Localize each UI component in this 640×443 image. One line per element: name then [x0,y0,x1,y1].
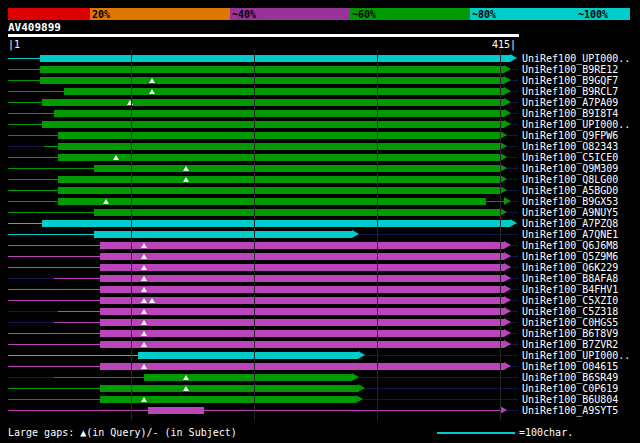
hsp-bar[interactable] [64,88,504,95]
hit-label[interactable]: UniRef100_B4FHV1 [522,284,618,295]
arrow-head-icon [504,98,511,106]
hsp-bar[interactable] [100,396,356,403]
alignment-row: UniRef100_B9I8T4 [0,108,640,119]
hsp-bar[interactable] [58,176,500,183]
hit-label[interactable]: UniRef100_B9I8T4 [522,108,618,119]
hsp-bar[interactable] [42,99,504,106]
hsp-bar[interactable] [94,231,352,238]
subject-flank-line [8,201,58,202]
hsp-bar[interactable] [94,165,500,172]
hit-label[interactable]: UniRef100_Q8LG00 [522,174,618,185]
hsp-bar[interactable] [100,330,504,337]
gap-triangle-icon [141,320,147,325]
alignment-row: UniRef100_C0HGS5 [0,317,640,328]
hsp-bar[interactable] [148,407,204,414]
arrow-head-icon [500,164,507,172]
hit-label[interactable]: UniRef100_B9GQF7 [522,75,618,86]
hsp-bar[interactable] [58,132,500,139]
hit-label[interactable]: UniRef100_A9NUY5 [522,207,618,218]
hsp-bar[interactable] [100,286,504,293]
gap-triangle-icon [141,276,147,281]
hsp-bar[interactable] [58,154,500,161]
subject-flank-line [8,223,42,224]
hit-label[interactable]: UniRef100_B7ZVR2 [522,339,618,350]
subject-flank-line [54,322,100,323]
hsp-bar[interactable] [100,275,504,282]
hit-label[interactable]: UniRef100_C0HGS5 [522,317,618,328]
hsp-bar[interactable] [40,77,504,84]
arrow-head-icon [500,153,507,161]
hit-label[interactable]: UniRef100_UPI000.. [522,53,630,64]
hsp-bar[interactable] [144,374,352,381]
arrow-head-icon [500,186,507,194]
arrow-head-icon [504,340,511,348]
alignment-row: UniRef100_UPI000.. [0,53,640,64]
hsp-bar[interactable] [100,264,504,271]
hit-label[interactable]: UniRef100_UPI000.. [522,119,630,130]
hit-label[interactable]: UniRef100_B6U804 [522,394,618,405]
hit-label[interactable]: UniRef100_C5Z318 [522,306,618,317]
arrow-head-icon [504,296,511,304]
hit-label[interactable]: UniRef100_Q6J6M8 [522,240,618,251]
hsp-bar[interactable] [100,253,504,260]
hit-label[interactable]: UniRef100_A7QNE1 [522,229,618,240]
subject-flank-line [8,113,54,114]
hit-label[interactable]: UniRef100_B9GX53 [522,196,618,207]
hsp-bar[interactable] [40,66,504,73]
hsp-bar[interactable] [100,363,504,370]
hsp-bar[interactable] [58,143,500,150]
alignment-row: UniRef100_Q6J6M8 [0,240,640,251]
hsp-bar[interactable] [100,385,358,392]
hit-label[interactable]: UniRef100_O04615 [522,361,618,372]
hsp-bar[interactable] [94,209,500,216]
hsp-bar[interactable] [100,242,504,249]
hsp-bar[interactable] [100,297,504,304]
hit-label[interactable]: UniRef100_B9RE12 [522,64,618,75]
arrow-head-icon [500,208,507,216]
alignment-row: UniRef100_B4FHV1 [0,284,640,295]
alignment-row: UniRef100_A5BGD0 [0,185,640,196]
hsp-bar[interactable] [54,110,504,117]
subject-flank-line [8,267,100,268]
hsp-bar[interactable] [100,319,504,326]
subject-flank-line [8,234,94,235]
arrow-head-icon [500,142,507,150]
gap-triangle-icon [141,331,147,336]
hit-label[interactable]: UniRef100_B6SR49 [522,372,618,383]
hit-label[interactable]: UniRef100_Q9FPW6 [522,130,618,141]
hit-label[interactable]: UniRef100_A9SYT5 [522,405,618,416]
hit-label[interactable]: UniRef100_Q5Z9M6 [522,251,618,262]
hit-label[interactable]: UniRef100_C5ICE0 [522,152,618,163]
hit-label[interactable]: UniRef100_A5BGD0 [522,185,618,196]
subject-flank-line [8,388,100,389]
arrow-head-icon [504,109,511,117]
hit-label[interactable]: UniRef100_O82343 [522,141,618,152]
gridline [254,50,255,420]
hit-label[interactable]: UniRef100_Q6K229 [522,262,618,273]
arrow-head-icon [504,197,511,205]
hit-label[interactable]: UniRef100_UPI000.. [522,350,630,361]
hit-label[interactable]: UniRef100_A7PA09 [522,97,618,108]
alignment-row: UniRef100_B9GQF7 [0,75,640,86]
hsp-bar[interactable] [40,55,510,62]
subject-flank-line [8,102,42,103]
hit-label[interactable]: UniRef100_C5XZI0 [522,295,618,306]
hsp-bar[interactable] [100,341,504,348]
hsp-bar[interactable] [42,121,504,128]
hit-label[interactable]: UniRef100_B9RCL7 [522,86,618,97]
hsp-bar[interactable] [138,352,358,359]
hsp-bar[interactable] [58,198,486,205]
hit-label[interactable]: UniRef100_Q9M309 [522,163,618,174]
hit-label[interactable]: UniRef100_B6T8V9 [522,328,618,339]
hit-label[interactable]: UniRef100_C0P619 [522,383,618,394]
alignment-row: UniRef100_C5ICE0 [0,152,640,163]
arrow-head-icon [504,362,511,370]
alignment-row: UniRef100_Q6K229 [0,262,640,273]
hit-label[interactable]: UniRef100_A7PZQ8 [522,218,618,229]
hit-label[interactable]: UniRef100_B8AFA8 [522,273,618,284]
hsp-bar[interactable] [42,220,510,227]
arrow-head-icon [500,175,507,183]
subject-flank-line [8,135,58,136]
hsp-bar[interactable] [100,308,504,315]
hsp-bar[interactable] [58,187,500,194]
